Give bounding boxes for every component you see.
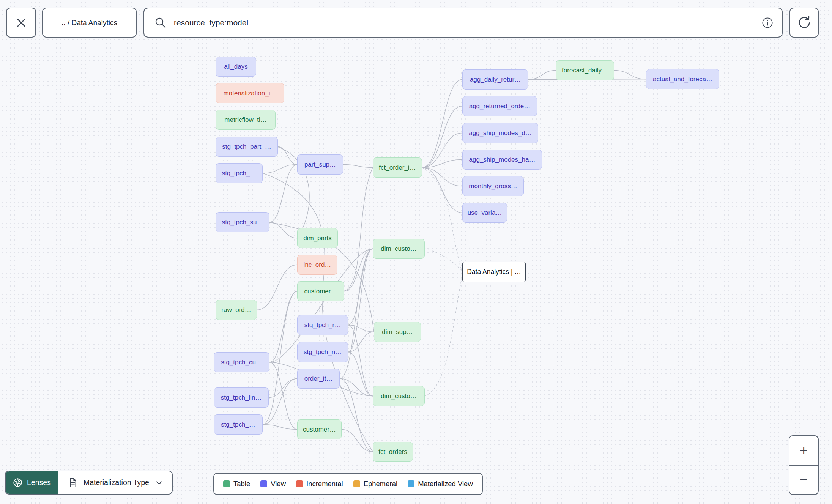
edge-stg_tpch_part-part_sup [278,147,297,165]
edge-stg_tpch_n-dim_custo_low [348,352,373,396]
graph-node-dim_custo_low[interactable]: dim_custo… [373,386,425,406]
legend-swatch [296,480,303,487]
edge-stg_tpch_cu-customer_low [269,362,297,430]
edge-fct_order_i-agg_returned [422,106,462,168]
lenses-button[interactable]: Lenses [6,471,58,494]
graph-node-customer_low[interactable]: customer… [297,419,342,439]
legend-label: Materialized View [418,480,473,488]
graph-node-metricflow_ti[interactable]: metricflow_ti… [216,110,276,130]
legend-swatch [353,480,360,487]
graph-node-dim_sup[interactable]: dim_sup… [374,322,421,342]
edge-order_it-fct_orders [340,379,373,452]
graph-node-stg_tpch_n[interactable]: stg_tpch_n… [297,342,348,362]
search-input[interactable] [173,18,761,28]
graph-node-materialization[interactable]: materialization_i… [216,83,284,103]
document-icon [68,477,78,488]
legend-label: Incremental [306,480,343,488]
graph-node-stg_tpch_cu[interactable]: stg_tpch_cu… [214,352,269,372]
legend: TableViewIncrementalEphemeralMaterialize… [213,473,483,495]
edge-stg_tpch_su-part_sup [269,165,297,222]
graph-node-agg_daily[interactable]: agg_daily_retur… [462,69,528,90]
edge-fct_order_i-use_varia [422,168,462,213]
graph-node-stg_tpch_r[interactable]: stg_tpch_r… [297,315,348,335]
graph-node-dim_custo_up[interactable]: dim_custo… [373,239,425,259]
edge-stg_tpch_top-part_sup [263,165,297,173]
graph-node-stg_tpch_bot[interactable]: stg_tpch_… [214,414,263,435]
graph-node-stg_tpch_top[interactable]: stg_tpch_… [216,163,263,183]
breadcrumb-button[interactable]: .. / Data Analytics [42,8,137,38]
graph-node-stg_tpch_part[interactable]: stg_tpch_part_… [216,137,278,157]
breadcrumb: .. / Data Analytics [61,19,117,27]
lenses-label: Lenses [27,478,51,487]
legend-item-materialized-view: Materialized View [408,480,473,488]
edge-customer_low-fct_orders [342,430,373,452]
graph-node-customer_up[interactable]: customer… [297,281,344,301]
legend-item-view: View [260,480,286,488]
graph-node-raw_ord[interactable]: raw_ord… [216,300,257,320]
graph-node-agg_ship_ha[interactable]: agg_ship_modes_ha… [462,150,542,170]
edge-stg_tpch_cu-customer_up [269,291,297,362]
graph-node-all_days[interactable]: all_days [216,57,256,77]
edge-forecast_daily-actual_forecast [614,71,646,79]
lineage-app: all_daysmaterialization_i…metricflow_ti…… [0,0,832,504]
legend-label: Ephemeral [364,480,397,488]
graph-node-part_sup[interactable]: part_sup… [297,154,343,175]
legend-label: Table [233,480,250,488]
close-icon [15,16,28,29]
edge-fct_order_i-monthly_gross [422,168,462,186]
edge-fct_order_i-agg_ship_d [422,133,462,168]
edge-dashed-dim_custo_up-exposure [425,249,462,271]
chevron-down-icon [154,478,164,487]
lens-selector[interactable]: Materialization Type [58,471,172,494]
lenses-control: Lenses Materialization Type [5,471,173,495]
edge-dashed-dim_custo_low-exposure [425,276,462,396]
graph-node-stg_tpch_lin[interactable]: stg_tpch_lin… [214,387,269,408]
edge-dashed-fct_order_i-exposure [422,167,462,270]
graph-node-inc_ord[interactable]: inc_ord… [297,255,337,275]
legend-swatch [260,480,267,487]
search-bar[interactable] [143,8,783,38]
edge-stg_tpch_su-dim_parts [269,222,297,238]
edge-part_sup-fct_order_i [343,165,373,168]
refresh-button[interactable] [789,8,819,38]
edge-stg_tpch_n-dim_sup [348,332,374,352]
edge-raw_ord-inc_ord [257,265,297,310]
edge-stg_tpch_r-dim_custo_low [348,325,373,396]
legend-item-incremental: Incremental [296,480,343,488]
graph-node-agg_returned[interactable]: agg_returned_orde… [462,96,537,116]
close-button[interactable] [6,8,36,38]
edge-agg_daily-forecast_daily [528,71,556,80]
edge-customer_up-fct_order_i [344,167,373,291]
legend-label: View [271,480,286,488]
legend-swatch [408,480,414,487]
search-icon [154,16,167,29]
lens-selected-label: Materialization Type [84,478,149,487]
graph-node-fct_order_i[interactable]: fct_order_i… [373,158,422,178]
legend-swatch [223,480,230,487]
graph-node-actual_forecast[interactable]: actual_and_foreca… [646,69,719,89]
graph-node-agg_ship_d[interactable]: agg_ship_modes_d… [462,123,538,143]
legend-item-table: Table [223,480,250,488]
edge-stg_tpch_r-dim_sup [348,325,374,332]
graph-node-exposure[interactable]: Data Analytics | … [462,262,526,282]
graph-node-dim_parts[interactable]: dim_parts [297,228,338,248]
legend-item-ephemeral: Ephemeral [353,480,397,488]
graph-node-fct_orders[interactable]: fct_orders [373,442,413,462]
graph-node-order_it[interactable]: order_it… [297,369,340,389]
graph-node-monthly_gross[interactable]: monthly_gross… [462,176,524,196]
zoom-in-button[interactable]: + [789,436,818,465]
graph-node-use_varia[interactable]: use_varia… [462,203,507,223]
graph-node-forecast_daily[interactable]: forecast_daily… [556,60,614,80]
zoom-controls: + − [789,435,819,495]
graph-node-stg_tpch_su[interactable]: stg_tpch_su… [216,212,269,232]
edge-fct_order_i-agg_daily [422,80,462,168]
zoom-out-button[interactable]: − [789,466,818,495]
refresh-icon [797,16,812,30]
info-icon[interactable] [761,17,774,29]
aperture-icon [13,477,23,488]
edge-stg_tpch_r-dim_custo_up [348,249,373,325]
